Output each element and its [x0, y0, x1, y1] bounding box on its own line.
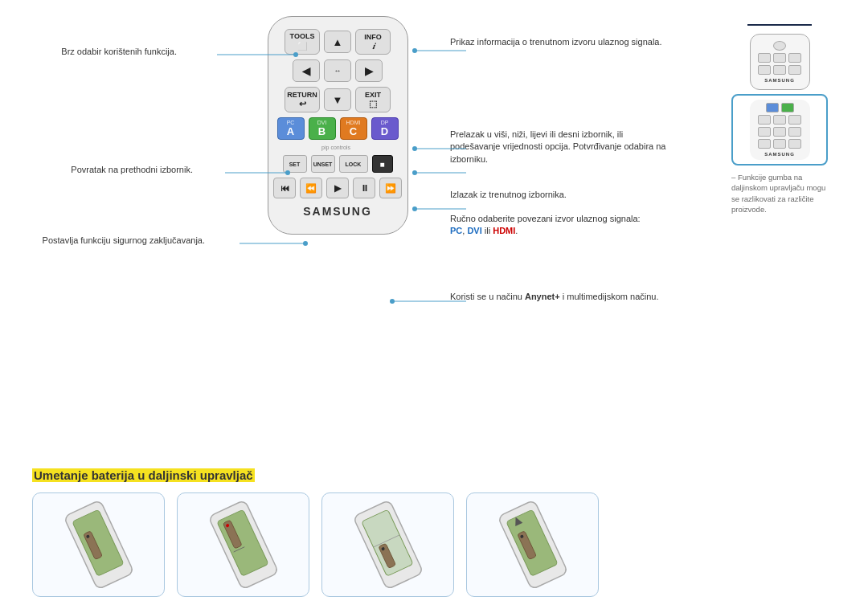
battery-image-3 [321, 492, 454, 597]
svg-point-5 [303, 241, 308, 246]
mini-row-d [753, 139, 807, 149]
mini-btn [788, 115, 801, 125]
battery-svg-1 [43, 501, 155, 589]
prev-button[interactable]: ⏮ [273, 178, 296, 198]
dvi-label: DVI [317, 120, 327, 125]
row-6: ⏮ ⏪ ▶ ⏸ ⏩ [278, 178, 398, 198]
center-icon: ↔ [334, 67, 342, 75]
play-icon: ▶ [334, 183, 341, 194]
hdmi-label: HDMI [346, 120, 361, 125]
pc-button[interactable]: PC A [277, 117, 305, 140]
middle-text: ili [482, 226, 493, 235]
mini-btn [788, 53, 801, 63]
down-button[interactable]: ▼ [324, 88, 351, 111]
fwd-button[interactable]: ⏩ [379, 178, 402, 198]
left-arrow-icon: ◀ [302, 65, 310, 77]
hdmi-button[interactable]: HDMI C [340, 117, 367, 140]
exit-annotation-text: Izlazak iz trenutnog izbornika. [450, 190, 567, 199]
battery-title: Umetanje baterija u daljinski upravljač [32, 468, 836, 483]
center-button[interactable]: ↔ [324, 59, 351, 82]
nav-annotation-text: Prelazak u viši, niži, lijevi ili desni … [450, 129, 665, 164]
right-arrow-icon: ▶ [365, 65, 373, 77]
stop-button[interactable]: ■ [372, 155, 393, 173]
mini-remote-brand: SAMSUNG [755, 78, 805, 83]
dp-label: DP [381, 120, 389, 125]
hdmi-letter: C [350, 125, 357, 137]
play-button[interactable]: ▶ [326, 178, 349, 198]
mini-btn [773, 115, 786, 125]
mini-btn [758, 115, 771, 125]
remote-brand: SAMSUNG [278, 205, 398, 218]
mini-row-c [753, 127, 807, 137]
mini-remote-selection-box: SAMSUNG [731, 94, 828, 166]
battery-image-1 [32, 492, 165, 597]
set-label: SET [289, 161, 301, 167]
media-annotation: Koristi se u načinu Anynet+ i multimedij… [450, 291, 675, 303]
page: Brz odabir korištenih funkcija. Povratak… [0, 0, 868, 613]
remote-control: TOOLS ⬜ ▲ INFO 𝑖 ◀ [257, 16, 418, 235]
dvi-button[interactable]: DVI B [309, 117, 336, 140]
left-button[interactable]: ◀ [293, 59, 320, 82]
mini-btn [788, 127, 801, 137]
media-before: Koristi se u načinu [450, 292, 525, 301]
tools-annotation-text: Brz odabir korištenih funkcija. [32, 46, 177, 57]
color-annotation: Ručno odaberite povezani izvor ulaznog s… [450, 213, 675, 238]
return-label: RETURN [287, 91, 317, 99]
mini-remote-brand-2: SAMSUNG [753, 152, 807, 157]
up-button[interactable]: ▲ [324, 31, 351, 53]
set-button[interactable]: SET [283, 155, 307, 173]
exit-label: EXIT [365, 91, 381, 99]
svg-point-15 [390, 299, 395, 304]
mini-row-a [753, 103, 807, 112]
info-annotation-text: Prikaz informacija o trenutnom izvoru ul… [450, 37, 662, 47]
mini-btn [758, 53, 771, 63]
mini-remote-bottom: SAMSUNG [750, 100, 810, 160]
battery-image-4 [466, 492, 599, 597]
mini-row-3 [755, 65, 805, 75]
row-2: ◀ ↔ ▶ [278, 59, 398, 82]
return-annotation-text: Povratak na prethodni izbornik. [32, 164, 193, 175]
row-4: PC A DVI B HDMI C DP D [278, 117, 398, 140]
bottom-section: Umetanje baterija u daljinski upravljač [32, 468, 836, 597]
mini-btn [758, 65, 771, 75]
tools-button[interactable]: TOOLS ⬜ [285, 29, 320, 55]
stop-icon: ■ [379, 160, 384, 169]
note-container: – Funkcije gumba na daljinskom upravljač… [731, 172, 828, 215]
tools-label: TOOLS [290, 33, 315, 40]
exit-button[interactable]: EXIT ⬚ [355, 87, 391, 112]
rew-icon: ⏪ [305, 183, 317, 194]
row-5b: SET UNSET LOCK ■ [278, 155, 398, 173]
hdmi-highlight: HDMI [493, 226, 515, 235]
row-1: TOOLS ⬜ ▲ INFO 𝑖 [278, 29, 398, 55]
mini-row-2 [755, 53, 805, 63]
row-5: pip controls [278, 145, 398, 150]
info-button[interactable]: INFO 𝑖 [355, 29, 391, 55]
mini-btn [773, 53, 786, 63]
mini-remote-boxed: SAMSUNG [731, 94, 828, 166]
anynet-highlight: Anynet+ [525, 292, 560, 301]
battery-svg-4 [477, 501, 589, 589]
mini-row-1 [755, 41, 805, 51]
dvi-highlight: DVI [467, 226, 481, 235]
note-dash: – [731, 173, 735, 182]
return-button[interactable]: RETURN ↩ [285, 87, 320, 112]
after-text: . [515, 226, 518, 235]
pause-icon: ⏸ [360, 183, 369, 193]
exit-right-annotation: Izlazak iz trenutnog izbornika. [450, 189, 675, 201]
unset-button[interactable]: UNSET [311, 155, 335, 173]
info-label: INFO [364, 33, 382, 41]
dp-button[interactable]: DP D [371, 117, 399, 140]
mini-btn [773, 65, 786, 75]
battery-section-title: Umetanje baterija u daljinski upravljač [32, 468, 255, 482]
rew-button[interactable]: ⏪ [300, 178, 322, 198]
pause-button[interactable]: ⏸ [353, 178, 375, 198]
mini-btn [758, 127, 771, 137]
lock-annotation-text: Postavlja funkciju sigurnog zaključavanj… [32, 235, 205, 246]
lock-button[interactable]: LOCK [339, 155, 368, 173]
mini-row-b [753, 115, 807, 125]
tools-annotation: Brz odabir korištenih funkcija. [32, 46, 217, 57]
pc-highlight: PC [450, 226, 462, 235]
right-button[interactable]: ▶ [355, 59, 383, 82]
mini-remote-top: SAMSUNG [750, 34, 810, 90]
up-arrow-icon: ▲ [333, 36, 343, 48]
